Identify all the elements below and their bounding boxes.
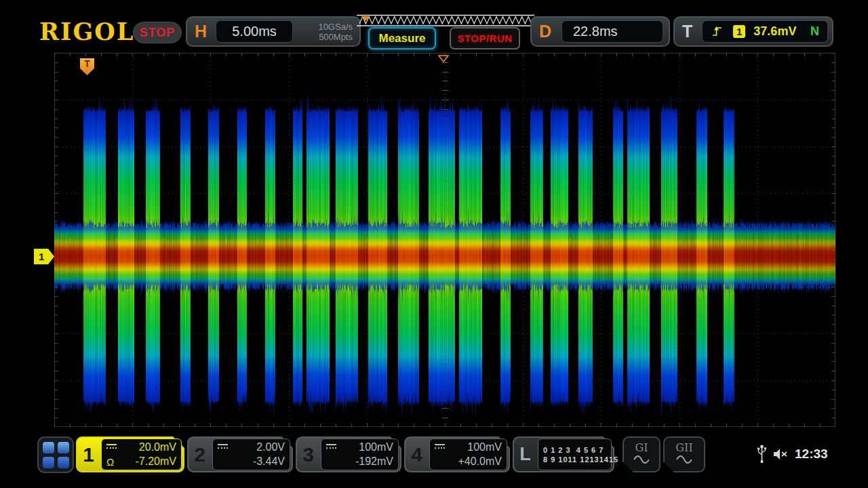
channel4-offset: +40.0mV (458, 455, 502, 468)
channel3-scale: 100mV (359, 441, 393, 453)
gen2-button[interactable]: GII (663, 436, 705, 472)
channel2-offset: -3.44V (253, 455, 285, 468)
trigger-panel[interactable]: T 1 37.6mV N (673, 16, 833, 47)
delay-panel[interactable]: D 22.8ms (530, 16, 670, 47)
channel1-ground-marker[interactable]: 1 (34, 249, 54, 264)
trigger-source-badge: 1 (733, 25, 745, 38)
rigol-logo: RIGOL (39, 18, 134, 45)
channel3-offset: -192mV (355, 455, 393, 468)
horizontal-label: H (195, 22, 207, 41)
gen2-label: GII (675, 441, 692, 454)
trigger-sweep-mode: N (810, 24, 819, 39)
menu-grid-icon (58, 442, 69, 453)
main-menu-button[interactable] (37, 436, 74, 473)
memstrip-waveform (359, 17, 535, 24)
logic-label: L (513, 436, 538, 472)
dc-coupling-icon (218, 444, 228, 451)
sound-muted-icon (773, 447, 789, 461)
horizontal-panel[interactable]: H 5.00ms 10GSa/s 500Mpts (186, 16, 361, 47)
rising-edge-icon (712, 26, 722, 37)
horizontal-center-marker (438, 54, 449, 66)
persistence-waveform-canvas (54, 53, 835, 427)
sine-wave-icon (675, 454, 693, 464)
channel4-number: 4 (404, 436, 429, 472)
channel2-panel[interactable]: 2 2.00V -3.44V (187, 436, 293, 472)
memory-position-strip (355, 14, 536, 27)
channel4-scale: 100mV (467, 441, 502, 453)
delay-value: 22.8ms (562, 24, 618, 39)
waveform-display[interactable] (54, 53, 835, 427)
gen1-button[interactable]: GI (623, 436, 660, 472)
trigger-label: T (682, 22, 692, 41)
logic-channels-panel[interactable]: L 0 1 2 3 4 5 6 7 8 9 1011 12131415 (513, 436, 614, 472)
dc-coupling-icon (326, 444, 336, 451)
channel1-panel[interactable]: 1 20.0mV Ω -7.20mV (76, 436, 184, 472)
channel1-offset: -7.20mV (136, 455, 176, 468)
channel3-number: 3 (296, 436, 321, 472)
sine-wave-icon (633, 454, 650, 464)
channel1-scale: 20.0mV (139, 441, 176, 453)
run-state-badge: STOP (133, 22, 182, 43)
memory-depth: 500Mpts (319, 32, 353, 42)
logic-row-high: 8 9 1011 12131415 (543, 455, 618, 464)
clock: 12:33 (795, 447, 828, 462)
channel1-number: 1 (76, 436, 101, 472)
menu-grid-icon (43, 457, 54, 468)
gen1-label: GI (635, 441, 648, 454)
sample-rate: 10GSa/s (318, 22, 353, 32)
menu-grid-icon (58, 457, 69, 468)
channel2-scale: 2.00V (256, 441, 285, 453)
trigger-level-value: 37.6mV (753, 24, 796, 39)
usb-icon (757, 445, 767, 464)
dc-coupling-icon (106, 444, 117, 451)
dc-coupling-icon (435, 444, 445, 451)
channel3-panel[interactable]: 3 100mV -192mV (296, 436, 401, 472)
logic-row-low: 0 1 2 3 4 5 6 7 (543, 445, 604, 455)
oscilloscope-screen: { "header": { "logo": "RIGOL", "run_stat… (0, 0, 868, 488)
channel4-panel[interactable]: 4 100mV +40.0mV (404, 436, 510, 472)
stop-run-button[interactable]: STOP/RUN (450, 27, 520, 49)
timebase-value: 5.00ms (232, 24, 277, 39)
menu-grid-icon (43, 442, 54, 453)
measure-button[interactable]: Measure (368, 27, 436, 49)
channel2-number: 2 (187, 436, 212, 472)
impedance-label: Ω (106, 456, 114, 468)
delay-label: D (539, 22, 551, 41)
